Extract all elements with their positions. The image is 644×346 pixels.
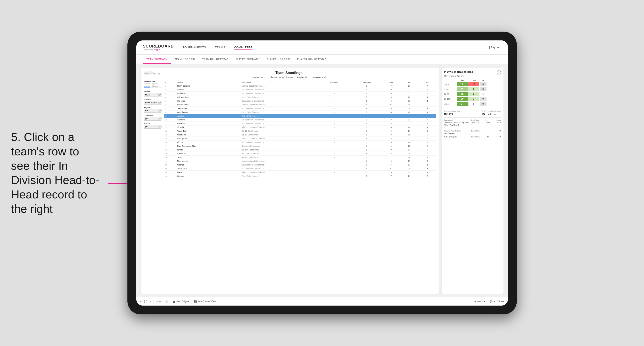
table-row[interactable]: 10 Alabama Southeastern Conference - 5 8… xyxy=(164,118,436,122)
conference-select[interactable]: (All) xyxy=(144,117,162,121)
h2h-row: 26-50 25 2 1 xyxy=(444,92,501,96)
sub-nav-player-h2h-grid[interactable]: PLAYER H2H GRID xyxy=(263,55,294,64)
table-row[interactable]: 13 Texas Tech Big 12 Conference - 1 9 27… xyxy=(164,129,436,133)
cell-win: 3 xyxy=(419,148,436,152)
table-row[interactable]: 8 Washington Pac-12 Conference - 2 8 23 … xyxy=(164,111,436,114)
cell-school: Arizona State xyxy=(176,95,240,99)
table-row[interactable]: 18 Illinois Big Ten Conference - 1 9 23 … xyxy=(164,148,436,152)
rounds-slider[interactable] xyxy=(144,87,162,88)
table-row[interactable]: 6 Florida State Atlantic Coast Conferenc… xyxy=(164,103,436,107)
table-row[interactable]: 25 Oregon Pac-12 Conference - 5 7 21 0 xyxy=(164,174,436,178)
watch-button[interactable]: 👁 Watch ▾ xyxy=(474,300,485,303)
cell-conference: Pac-12 Conference xyxy=(240,152,319,156)
sub-nav-team-summary[interactable]: TEAM SUMMARY xyxy=(143,55,171,64)
cell-rank: 25 xyxy=(164,174,176,178)
min-rounds-input[interactable] xyxy=(144,83,150,87)
table-row[interactable]: 5 Ole Miss Southeastern Conference - 3 6… xyxy=(164,99,436,103)
cell-reg-rank: - xyxy=(319,171,350,174)
toolbar-divider1 xyxy=(154,300,154,304)
nav-teams[interactable]: TEAMS xyxy=(215,45,225,50)
undo-button[interactable]: ↩ xyxy=(140,300,142,303)
cell-conference: Pac-12 Conference xyxy=(240,95,319,99)
h2h-close-button[interactable]: ✕ xyxy=(497,70,501,74)
h2h-win-cell: 25 xyxy=(457,92,468,96)
comment-button[interactable]: 💬 xyxy=(490,300,492,303)
sub-nav-team-h2h-grid[interactable]: TEAM H2H GRID xyxy=(171,55,199,64)
region-select[interactable]: N/A xyxy=(144,109,162,113)
cell-reg-rank: - xyxy=(319,174,350,178)
table-row[interactable]: 22 Georgia Southeastern Conference - 8 7… xyxy=(164,163,436,167)
school-select[interactable]: (All) xyxy=(144,125,162,129)
table-row[interactable]: 14 Oklahoma Big 12 Conference - 2 8 26 2 xyxy=(164,133,436,137)
cell-tour: 27 xyxy=(399,171,419,174)
cell-rank: 6 xyxy=(164,103,176,107)
h2h-row: Top 10 3 13 0 xyxy=(444,82,501,86)
gender-select[interactable]: Men's xyxy=(144,93,162,97)
nav-items: TOURNAMENTS TEAMS COMMITTEE xyxy=(183,45,489,50)
view-original-button[interactable]: 📷 View: Original xyxy=(172,300,189,303)
cell-conf-rank: 1 xyxy=(350,159,383,163)
table-row[interactable]: 7 Tennessee Southeastern Conference - 4 … xyxy=(164,107,436,111)
table-row[interactable]: 2 Auburn Southeastern Conference - 1 9 2… xyxy=(164,88,436,92)
sign-out-button[interactable]: | Sign out xyxy=(489,46,501,49)
max-rounds-input[interactable] xyxy=(152,83,158,87)
cell-rds: 10 xyxy=(383,103,399,107)
cell-conference: Atlantic Coast Conference xyxy=(240,103,319,107)
cell-conf-rank: 2 xyxy=(350,103,383,107)
division-select[interactable]: NCAA Division I xyxy=(144,101,162,105)
cell-conference: Pac-12 Conference xyxy=(240,111,319,114)
cell-tour: 23 xyxy=(399,92,419,95)
cell-school: Duke xyxy=(176,171,240,174)
nav-committee[interactable]: COMMITTEE xyxy=(234,45,252,50)
table-row[interactable]: 23 Texas A&M Southeastern Conference - 9… xyxy=(164,167,436,171)
sub-nav-player-h2h-heatmap[interactable]: PLAYER H2H HEATMAP xyxy=(294,55,330,64)
cell-rank: 2 xyxy=(164,88,176,92)
table-row[interactable]: 19 California Pac-12 Conference - 4 8 24… xyxy=(164,152,436,156)
cell-school: Auburn xyxy=(176,88,240,92)
cell-conf-rank: 8 xyxy=(350,163,383,167)
cell-school: Ole Miss xyxy=(176,99,240,103)
share-button[interactable]: ⤴ Share xyxy=(497,300,504,303)
col-school: School xyxy=(176,81,240,84)
col-conference: Conference xyxy=(240,81,319,84)
paste-button[interactable]: ⊞ xyxy=(159,300,160,303)
h2h-win-cell: 20 xyxy=(457,97,468,101)
cell-rds: 9 xyxy=(383,144,399,148)
clock-button[interactable]: 🕐 xyxy=(165,300,168,303)
table-row[interactable]: 3 Vanderbilt Southeastern Conference - 2… xyxy=(164,92,436,95)
table-row[interactable]: 16 Florida Southeastern Conference - 7 9… xyxy=(164,141,436,144)
table-row[interactable]: 4 Arizona State Pac-12 Conference - 3 9 … xyxy=(164,95,436,99)
table-row[interactable]: 24 Duke Atlantic Coast Conference - 5 9 … xyxy=(164,171,436,174)
cell-win: 1 xyxy=(419,111,436,114)
tournament-col-score: Score xyxy=(492,119,501,121)
nav-tournaments[interactable]: TOURNAMENTS xyxy=(183,45,206,50)
cell-reg-rank: - xyxy=(319,137,350,141)
cell-tour: 24 xyxy=(399,141,419,144)
sub-nav-team-h2h-heatmap[interactable]: TEAM H2H HEATMAP xyxy=(199,55,232,64)
step-forward-button[interactable]: ⟩ xyxy=(146,300,147,303)
table-row[interactable]: 11 Arkansas Southeastern Conference - 6 … xyxy=(164,122,436,126)
table-row[interactable]: 12 Virginia Atlantic Coast Conference - … xyxy=(164,126,436,129)
table-row[interactable]: 20 Texas Big 12 Conference - 3 7 20 7 xyxy=(164,156,436,159)
cell-win: 1 xyxy=(419,126,436,129)
cell-reg-rank: - xyxy=(319,167,350,171)
cell-conf-rank: 3 xyxy=(350,156,383,159)
cell-rank: 4 xyxy=(164,95,176,99)
redo-button[interactable]: ↪ xyxy=(149,300,151,303)
grid-button[interactable]: ⊞ xyxy=(494,300,495,303)
table-row[interactable]: 17 East Tennessee State Southern Confere… xyxy=(164,144,436,148)
cell-school: Texas A&M xyxy=(176,167,240,171)
sub-nav-player-summary[interactable]: PLAYER SUMMARY xyxy=(232,55,263,64)
filter-region: Region N/A xyxy=(144,107,162,113)
cell-win: 4 xyxy=(419,137,436,141)
powered-by: Powered by clippd xyxy=(143,49,174,51)
table-row[interactable]: 9 Arizona Pac-12 Conference - - - - - xyxy=(164,114,436,118)
h2h-range-label: >100 xyxy=(444,103,456,105)
save-custom-button[interactable]: 💾 Save Custom View xyxy=(194,300,216,303)
table-row[interactable]: 1 North Carolina Atlantic Coast Conferen… xyxy=(164,84,436,88)
step-back-button[interactable]: ⟨ xyxy=(144,300,145,303)
table-row[interactable]: 21 New Mexico Mountain West Conference -… xyxy=(164,159,436,163)
table-row[interactable]: 15 Georgia Tech Atlantic Coast Conferenc… xyxy=(164,137,436,141)
cell-rds: 10 xyxy=(383,167,399,171)
copy-button[interactable]: ⧉ xyxy=(156,300,158,303)
